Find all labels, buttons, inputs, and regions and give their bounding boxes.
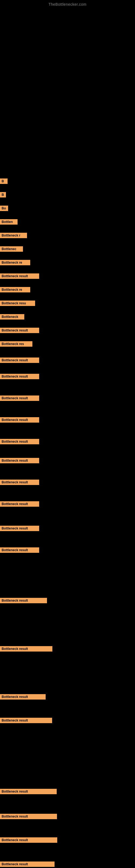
- bottleneck-result-label: B: [0, 179, 8, 184]
- bottleneck-result-label: Bottleneck result: [0, 479, 39, 485]
- bottleneck-result-label: Bottlenec: [0, 246, 23, 252]
- bottleneck-result-label: Bottleneck result: [0, 501, 39, 507]
- bottleneck-result-label: Bottleneck re: [0, 260, 30, 265]
- bottleneck-result-label: Bottleneck result: [0, 439, 39, 444]
- bottleneck-result-label: Bottleneck result: [0, 458, 39, 463]
- bottleneck-result-label: Bottleneck res: [0, 341, 32, 347]
- bottleneck-result-label: Bottleneck result: [0, 646, 52, 652]
- bottleneck-result-label: Bottleneck result: [0, 374, 39, 379]
- bottleneck-result-label: Bottleneck result: [0, 526, 39, 531]
- bottleneck-result-label: Bottlen: [0, 219, 17, 225]
- bottleneck-result-label: Bottleneck result: [0, 396, 39, 401]
- bottleneck-result-label: Bottleneck resu: [0, 301, 35, 306]
- bottleneck-result-label: Bottleneck result: [0, 718, 52, 723]
- bottleneck-result-label: Bottleneck result: [0, 328, 39, 333]
- bottleneck-result-label: Bo: [0, 206, 8, 211]
- bottleneck-result-label: Bottleneck r: [0, 233, 27, 238]
- site-title: TheBottlenecker.com: [0, 0, 135, 8]
- bottleneck-result-label: Bottleneck result: [0, 547, 39, 553]
- bottleneck-result-label: Bottleneck result: [0, 417, 39, 423]
- bottleneck-result-label: Bottleneck result: [0, 273, 39, 279]
- bottleneck-result-label: Bottleneck result: [0, 694, 46, 700]
- bottleneck-result-label: B: [0, 192, 6, 197]
- bottleneck-result-label: Bottleneck re: [0, 287, 30, 292]
- bottleneck-result-label: Bottleneck result: [0, 862, 54, 867]
- bottleneck-result-label: Bottleneck result: [0, 598, 47, 603]
- bottleneck-result-label: Bottleneck result: [0, 358, 39, 363]
- bottleneck-result-label: Bottleneck result: [0, 789, 57, 794]
- bottleneck-result-label: Bottleneck result: [0, 837, 57, 843]
- bottleneck-result-label: Bottleneck: [0, 314, 24, 319]
- bottleneck-result-label: Bottleneck result: [0, 814, 57, 819]
